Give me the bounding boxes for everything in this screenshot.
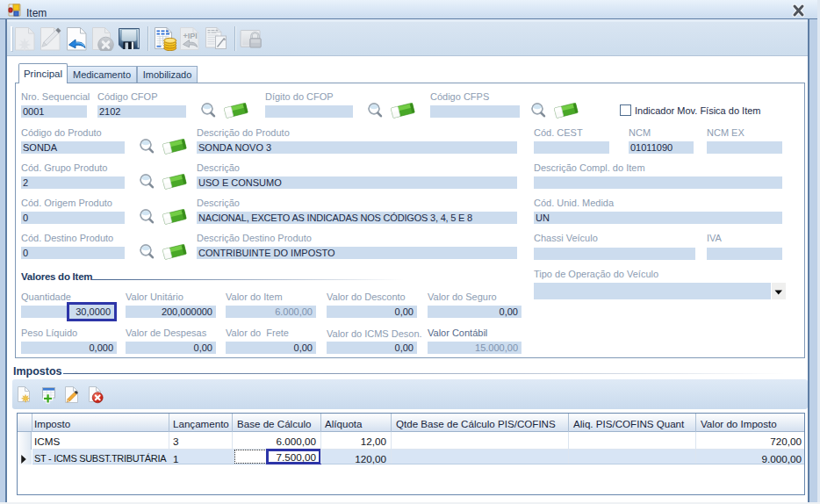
svg-text:+IPI: +IPI	[183, 32, 198, 40]
